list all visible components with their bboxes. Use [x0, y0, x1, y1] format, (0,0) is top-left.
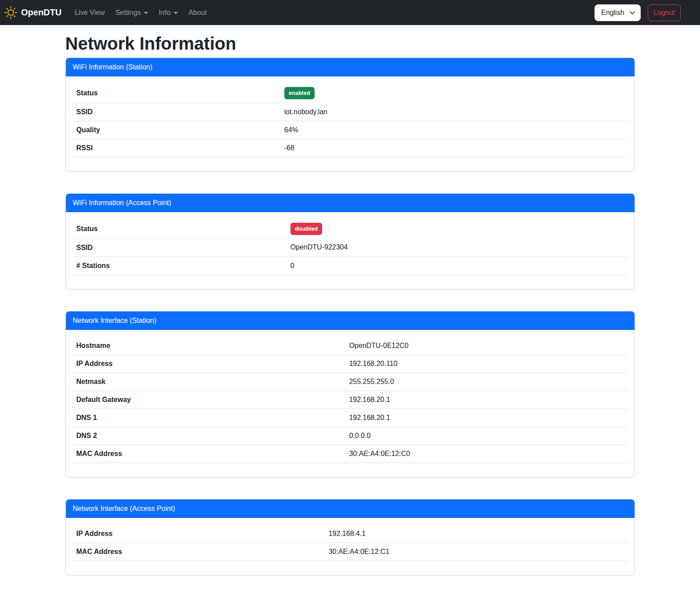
card-body: Status enabled SSID iot.nobody.lan Quali…: [66, 76, 635, 171]
logout-button[interactable]: Logout: [648, 4, 681, 21]
main-content: Network Information WiFi Information (St…: [60, 33, 640, 575]
language-select-wrap: English: [595, 4, 641, 21]
row-label: SSID: [73, 103, 281, 121]
info-table: IP Address 192.168.4.1 MAC Address 30:AE…: [73, 525, 627, 561]
card-body: Hostname OpenDTU-0E12C0 IP Address 192.1…: [66, 330, 635, 477]
card-network-interface-access-point: Network Interface (Access Point) IP Addr…: [65, 499, 635, 575]
table-row: Hostname OpenDTU-0E12C0: [73, 337, 627, 355]
language-select[interactable]: English: [595, 4, 641, 21]
chevron-down-icon: [144, 12, 148, 14]
row-value: 192.168.20.110: [345, 355, 627, 373]
row-value: 255.255.255.0: [345, 373, 627, 391]
table-row: Default Gateway 192.168.20.1: [73, 391, 627, 409]
row-label: DNS 2: [73, 427, 346, 445]
chevron-down-icon: [174, 12, 178, 14]
row-label: Default Gateway: [73, 391, 346, 409]
table-row: SSID OpenDTU-922304: [73, 239, 627, 257]
row-value: OpenDTU-0E12C0: [345, 337, 627, 355]
row-label: Status: [73, 83, 281, 103]
nav-item-label: Live View: [75, 9, 105, 17]
row-label: MAC Address: [73, 445, 346, 463]
row-value: 0: [287, 257, 627, 275]
page-title: Network Information: [65, 33, 635, 54]
sun-icon: [4, 6, 17, 19]
row-label: DNS 1: [73, 409, 346, 427]
table-row: Status enabled: [73, 83, 627, 103]
card-body: Status disabled SSID OpenDTU-922304 # St…: [66, 212, 635, 289]
row-value: 192.168.4.1: [325, 525, 627, 543]
row-value-cell: disabled: [287, 219, 627, 239]
table-row: Status disabled: [73, 219, 627, 239]
nav-item-settings[interactable]: Settings: [112, 5, 152, 20]
navbar: OpenDTU Live View Settings Info About: [0, 0, 700, 25]
row-value: 192.168.20.1: [345, 391, 627, 409]
table-row: DNS 1 192.168.20.1: [73, 409, 627, 427]
row-value: iot.nobody.lan: [281, 103, 627, 121]
row-label: # Stations: [73, 257, 287, 275]
card-header: WiFi Information (Access Point): [66, 194, 635, 212]
row-value: 192.168.20.1: [345, 409, 627, 427]
row-label: IP Address: [73, 525, 325, 543]
table-row: IP Address 192.168.4.1: [73, 525, 627, 543]
status-badge: disabled: [290, 223, 323, 235]
row-value: 30:AE:A4:0E:12:C0: [345, 445, 627, 463]
nav-item-label: Settings: [115, 9, 141, 17]
nav-item-label: Info: [159, 9, 170, 17]
table-row: MAC Address 30:AE:A4:0E:12:C1: [73, 543, 627, 561]
card-header: WiFi Information (Station): [66, 58, 635, 76]
table-row: RSSI -68: [73, 139, 627, 157]
row-value: -68: [281, 139, 627, 157]
row-label: Quality: [73, 121, 281, 139]
table-row: IP Address 192.168.20.110: [73, 355, 627, 373]
nav-item-about[interactable]: About: [185, 5, 210, 20]
row-value: OpenDTU-922304: [287, 239, 627, 257]
row-value: 64%: [281, 121, 627, 139]
card-wifi-station: WiFi Information (Station) Status enable…: [65, 58, 635, 172]
row-value-cell: enabled: [281, 83, 627, 103]
row-label: RSSI: [73, 139, 281, 157]
row-label: SSID: [73, 239, 287, 257]
navbar-right: English Logout: [595, 4, 681, 21]
card-wifi-access-point: WiFi Information (Access Point) Status d…: [65, 193, 635, 289]
row-label: Status: [73, 219, 287, 239]
row-label: Netmask: [73, 373, 346, 391]
table-row: DNS 2 0.0.0.0: [73, 427, 627, 445]
brand-label: OpenDTU: [21, 7, 62, 18]
nav-item-label: About: [189, 9, 207, 17]
card-body: IP Address 192.168.4.1 MAC Address 30:AE…: [66, 518, 635, 575]
brand-link[interactable]: OpenDTU: [4, 6, 65, 19]
table-row: Netmask 255.255.255.0: [73, 373, 627, 391]
table-row: # Stations 0: [73, 257, 627, 275]
card-network-interface-station: Network Interface (Station) Hostname Ope…: [65, 311, 635, 478]
table-row: SSID iot.nobody.lan: [73, 103, 627, 121]
table-row: Quality 64%: [73, 121, 627, 139]
nav-item-info[interactable]: Info: [155, 5, 181, 20]
row-value: 0.0.0.0: [345, 427, 627, 445]
info-table: Status enabled SSID iot.nobody.lan Quali…: [73, 83, 627, 157]
status-badge: enabled: [284, 87, 315, 99]
nav-menu: Live View Settings Info About: [71, 5, 214, 20]
table-row: MAC Address 30:AE:A4:0E:12:C0: [73, 445, 627, 463]
info-table: Status disabled SSID OpenDTU-922304 # St…: [73, 219, 627, 275]
row-label: Hostname: [73, 337, 346, 355]
info-table: Hostname OpenDTU-0E12C0 IP Address 192.1…: [73, 337, 627, 463]
row-value: 30:AE:A4:0E:12:C1: [325, 543, 627, 561]
row-label: MAC Address: [73, 543, 325, 561]
card-header: Network Interface (Access Point): [66, 499, 635, 518]
card-header: Network Interface (Station): [66, 311, 635, 330]
row-label: IP Address: [73, 355, 346, 373]
nav-item-live-view[interactable]: Live View: [71, 5, 108, 20]
